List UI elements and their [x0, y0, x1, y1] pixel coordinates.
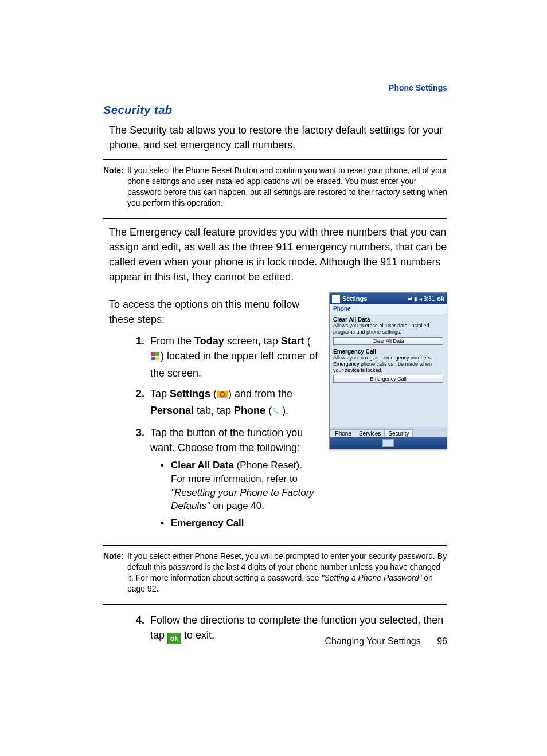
connectivity-icon: ⇄	[408, 296, 412, 302]
emergency-call-button[interactable]: Emergency Call	[333, 375, 443, 383]
bullet-dot: •	[161, 516, 171, 530]
text: screen, tap	[224, 335, 281, 347]
clear-all-data-button[interactable]: Clear All Data	[333, 337, 443, 345]
divider	[103, 159, 447, 160]
note-1: Note: If you select the Phone Reset Butt…	[103, 164, 447, 212]
step-number: 2.	[125, 386, 150, 420]
device-title: Settings	[342, 295, 367, 302]
bullet-dot: •	[161, 459, 171, 513]
step-1: 1. From the Today screen, tap Start () l…	[125, 334, 319, 380]
note-2: Note: If you select either Phone Reset, …	[103, 550, 447, 598]
volume-icon: ◂	[419, 296, 422, 302]
svg-rect-2	[151, 357, 155, 360]
step-3: 3. Tap the button of the function you wa…	[125, 425, 319, 534]
device-sip-bar	[330, 437, 447, 449]
bullet-emergency-call: • Emergency Call	[161, 516, 319, 530]
device-subheader: Phone	[330, 304, 447, 314]
text: (	[304, 335, 311, 347]
divider	[103, 604, 447, 605]
text: tab, tap	[194, 405, 234, 416]
svg-rect-0	[151, 352, 155, 356]
settings-icon	[217, 388, 228, 403]
signal-icon: ▮	[414, 296, 417, 302]
divider	[103, 218, 447, 219]
text: (	[210, 388, 217, 399]
bullet-clear-all-data: • Clear All Data (Phone Reset). For more…	[161, 459, 319, 513]
text-reference: "Setting a Phone Password"	[322, 573, 422, 582]
tab-security[interactable]: Security	[384, 429, 413, 437]
ok-button[interactable]: ok	[437, 295, 444, 302]
section-header: Phone Settings	[389, 83, 447, 92]
step-number: 1.	[125, 334, 150, 380]
note-label: Note:	[103, 551, 127, 594]
divider	[103, 545, 447, 546]
device-content: Clear All Data Allows you to erase all u…	[330, 314, 447, 433]
clock: 3:31	[424, 296, 435, 302]
start-icon[interactable]	[332, 295, 340, 303]
section-desc-emergency: Allows you to register emergency numbers…	[333, 355, 443, 374]
section-desc-clear-all: Allows you to erase all user data, insta…	[333, 323, 443, 336]
note-label: Note:	[103, 165, 127, 209]
footer-chapter: Changing Your Settings	[325, 636, 421, 646]
start-icon	[150, 350, 161, 365]
heading-security-tab: Security tab	[103, 104, 447, 117]
section-title-clear-all: Clear All Data	[333, 316, 443, 323]
footer-page-number: 96	[437, 636, 447, 646]
text: (	[265, 405, 272, 416]
section-title-emergency: Emergency Call	[333, 348, 443, 355]
phone-icon	[272, 405, 282, 420]
text: ).	[282, 405, 288, 416]
text-bold: Phone	[234, 405, 265, 416]
note-text: If you select either Phone Reset, you wi…	[127, 551, 447, 594]
keyboard-icon[interactable]	[382, 439, 394, 447]
text-bold: Settings	[170, 388, 210, 399]
text: on page 40.	[210, 500, 264, 511]
device-titlebar: Settings ⇄ ▮ ◂ 3:31 ok	[330, 293, 447, 304]
step-2: 2. Tap Settings () and from the Personal…	[125, 386, 319, 420]
svg-rect-1	[155, 352, 159, 356]
intro-paragraph: The Security tab allows you to restore t…	[109, 123, 447, 152]
paragraph-access: To access the options on this menu follo…	[109, 297, 319, 327]
svg-rect-3	[155, 357, 159, 360]
text: ) located in the upper left corner of th…	[150, 350, 318, 378]
tab-services[interactable]: Services	[355, 429, 385, 437]
status-icons: ⇄ ▮ ◂ 3:31	[408, 296, 435, 302]
text-bold: Emergency Call	[171, 516, 244, 530]
text: Tap the button of the function you want.…	[150, 427, 303, 453]
text-bold: Clear All Data	[171, 460, 234, 471]
device-tabs: Phone Services Security	[330, 427, 447, 437]
text: From the	[150, 335, 194, 347]
text: Tap	[150, 388, 170, 399]
paragraph-emergency: The Emergency call feature provides you …	[109, 225, 447, 284]
step-number: 3.	[125, 425, 150, 534]
text-bold: Start	[281, 335, 304, 347]
text-bold: Personal	[150, 405, 194, 416]
device-screenshot: Settings ⇄ ▮ ◂ 3:31 ok Phone Clear All D…	[329, 292, 447, 449]
text-bold: Today	[194, 335, 224, 347]
text: ) and from the	[228, 388, 292, 399]
page-footer: Changing Your Settings 96	[103, 636, 447, 647]
note-text: If you select the Phone Reset Button and…	[127, 165, 447, 209]
tab-phone[interactable]: Phone	[331, 429, 355, 437]
